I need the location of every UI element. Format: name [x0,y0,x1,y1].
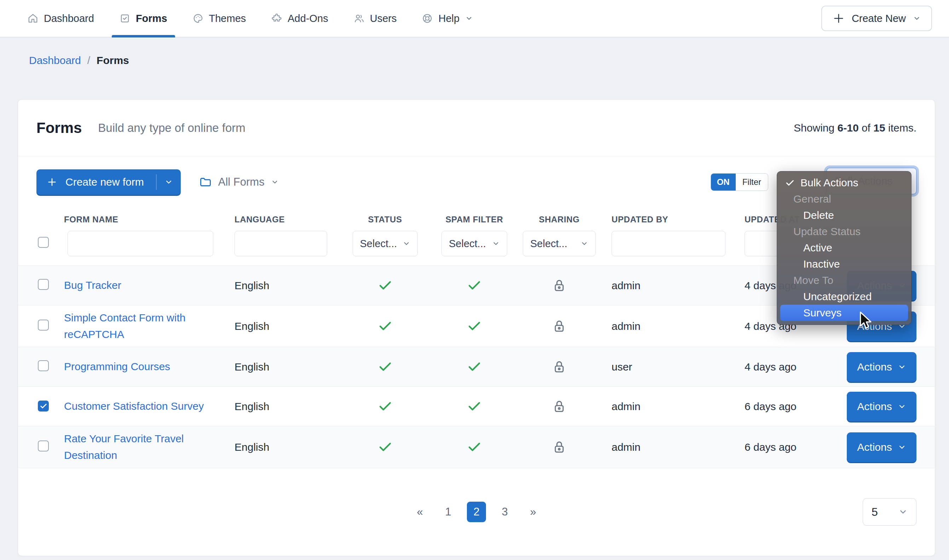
chevron-down-icon [271,178,279,186]
forms-card: Forms Build any type of online form Show… [18,99,935,556]
row-checkbox[interactable] [38,279,49,290]
updated-by-filter-input[interactable] [612,231,726,256]
status-filter-select[interactable]: Select... [353,231,418,256]
actions-button[interactable]: Actions [847,432,917,462]
select-all-checkbox[interactable] [38,237,49,248]
lock-icon [511,318,607,334]
chevron-down-icon [402,240,410,248]
table-row: Programming Courses English user 4 days … [18,347,935,387]
status-check-icon [333,360,437,374]
row-checkbox[interactable] [38,320,49,331]
chevron-down-icon [898,507,907,517]
all-forms-filter[interactable]: All Forms [199,176,279,188]
form-name-link[interactable]: Rate Your Favorite Travel Destination [64,431,213,463]
pagination-prev[interactable]: « [410,502,430,522]
create-new-button[interactable]: Create New [821,6,932,31]
chevron-down-icon[interactable] [157,178,181,186]
chevron-down-icon [581,240,588,248]
menu-group-update-status: Update Status [777,223,911,240]
form-name-link[interactable]: Simple Contact Form with reCAPTCHA [64,310,213,343]
pagination-next[interactable]: » [524,502,542,522]
card-header: Forms Build any type of online form Show… [18,100,935,156]
menu-item-active[interactable]: Active [777,240,911,256]
plus-icon [46,176,58,188]
chevron-down-icon [492,240,500,248]
form-name-filter-input[interactable] [68,231,213,256]
nav-label: Add-Ons [288,13,328,25]
menu-item-uncategorized[interactable]: Uncategorized [777,288,911,305]
menu-item-bulk-actions[interactable]: Bulk Actions [777,175,911,191]
column-header-spam-filter: SPAM FILTER [437,215,511,225]
status-check-icon [333,278,437,293]
pagination: « 1 2 3 » [410,502,542,522]
create-new-form-label: Create new form [65,176,144,188]
spam-check-icon [437,440,511,455]
breadcrumb-separator: / [87,54,90,66]
status-check-icon [333,399,437,414]
column-header-form-name: FORM NAME [60,215,230,225]
toggle-filter-segment: Filter [736,174,768,191]
row-checkbox[interactable] [38,400,49,412]
top-navbar: Dashboard Forms Themes Add-Ons Users [0,0,949,37]
nav-item-dashboard[interactable]: Dashboard [28,0,94,37]
spam-check-icon [437,399,511,414]
page-size-select[interactable]: 5 [863,498,917,526]
breadcrumb-current: Forms [97,54,129,66]
chevron-down-icon [913,14,921,22]
nav-item-themes[interactable]: Themes [193,0,246,37]
form-name-link[interactable]: Bug Tracker [64,277,121,294]
updated-at-cell: 6 days ago [739,441,830,453]
pagination-page-1[interactable]: 1 [439,502,458,522]
column-header-sharing: SHARING [511,215,607,225]
column-header-language: LANGUAGE [230,215,333,225]
nav-item-help[interactable]: Help [422,0,473,37]
filter-toggle[interactable]: ON Filter [710,173,768,191]
nav-label: Users [370,13,397,25]
updated-by-cell: admin [607,441,739,453]
nav-item-forms[interactable]: Forms [120,0,167,37]
table-row: Customer Satisfaction Survey English adm… [18,387,935,426]
pagination-page-3[interactable]: 3 [495,502,514,522]
breadcrumb-dashboard-link[interactable]: Dashboard [29,54,81,66]
table-row: Rate Your Favorite Travel Destination En… [18,426,935,468]
row-checkbox[interactable] [38,440,49,451]
actions-button[interactable]: Actions [847,392,917,422]
form-name-link[interactable]: Customer Satisfaction Survey [64,398,204,415]
menu-item-inactive[interactable]: Inactive [777,256,911,272]
toggle-on-segment: ON [711,174,736,191]
users-icon [354,13,364,24]
spam-filter-select[interactable]: Select... [441,231,507,256]
column-header-updated-by: UPDATED BY [607,215,739,225]
updated-by-cell: admin [607,280,739,292]
create-new-form-button[interactable]: Create new form [37,169,181,195]
lock-icon [511,399,607,414]
updated-by-cell: user [607,361,739,373]
language-filter-input[interactable] [234,231,327,256]
showing-items-text: Showing 6-10 of 15 items. [794,122,917,134]
nav-item-users[interactable]: Users [354,0,397,37]
pagination-page-2-active[interactable]: 2 [467,502,486,522]
page-subtitle: Build any type of online form [98,121,245,135]
palette-icon [193,13,203,24]
menu-item-delete[interactable]: Delete [777,207,911,223]
spam-check-icon [437,360,511,374]
all-forms-label: All Forms [218,176,265,188]
menu-item-surveys[interactable]: Surveys [780,305,908,321]
sharing-filter-select[interactable]: Select... [523,231,596,256]
language-cell: English [230,320,333,332]
nav-label: Forms [136,13,167,25]
nav-label: Dashboard [44,13,94,25]
row-checkbox[interactable] [38,360,49,371]
lock-icon [511,278,607,294]
status-check-icon [333,440,437,455]
updated-by-cell: admin [607,320,739,332]
form-name-link[interactable]: Programming Courses [64,358,170,375]
actions-button[interactable]: Actions [847,352,917,382]
nav-label: Themes [209,13,246,25]
check-icon [785,178,795,188]
spam-check-icon [437,278,511,293]
puzzle-icon [271,13,282,24]
nav-item-addons[interactable]: Add-Ons [271,0,328,37]
lock-icon [511,359,607,375]
lock-icon [511,440,607,455]
